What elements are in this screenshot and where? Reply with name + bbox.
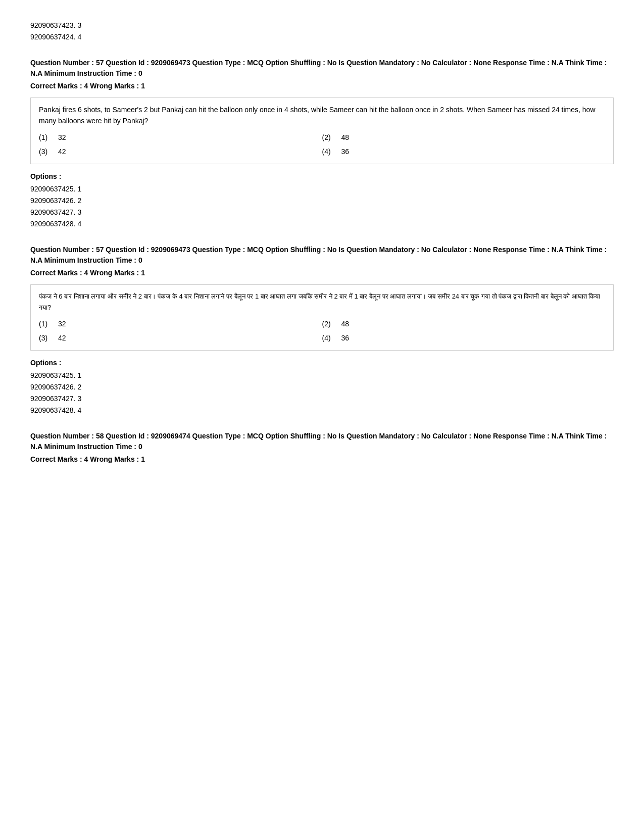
option-list-item-2: 92090637426. 2 (30, 195, 614, 206)
hi-option-row-4: (4) 36 (322, 332, 606, 344)
question-58-marks: Correct Marks : 4 Wrong Marks : 1 (30, 454, 614, 465)
question-57-hi-header: Question Number : 57 Question Id : 92090… (30, 244, 614, 266)
question-57-en-options-label: Options : (30, 171, 614, 182)
hi-option-val-3: 42 (58, 332, 66, 344)
question-57-hi-options-grid: (1) 32 (2) 48 (3) 42 (4) 36 (39, 318, 605, 344)
hi-option-num-4: (4) (322, 332, 337, 344)
option-val-1: 32 (58, 132, 66, 143)
question-57-en-box: Pankaj fires 6 shots, to Sameer's 2 but … (30, 97, 614, 164)
question-57-en-option-list: 92090637425. 1 92090637426. 2 9209063742… (30, 184, 614, 229)
option-num-4: (4) (322, 146, 337, 157)
top-ids: 92090637423. 3 92090637424. 4 (30, 20, 614, 42)
option-val-3: 42 (58, 146, 66, 157)
option-list-item-1: 92090637425. 1 (30, 184, 614, 194)
question-57-hi-marks: Correct Marks : 4 Wrong Marks : 1 (30, 268, 614, 278)
option-num-2: (2) (322, 132, 337, 143)
hi-option-num-1: (1) (39, 318, 54, 329)
question-57-en-header: Question Number : 57 Question Id : 92090… (30, 58, 614, 79)
hi-option-val-4: 36 (341, 332, 350, 344)
question-57-hi-text: पंकज ने 6 बार निशाना लगाया और समीर ने 2 … (39, 291, 605, 313)
question-58-block: Question Number : 58 Question Id : 92090… (30, 431, 614, 465)
option-list-item-4: 92090637428. 4 (30, 219, 614, 229)
question-57-hi-box: पंकज ने 6 बार निशाना लगाया और समीर ने 2 … (30, 284, 614, 351)
option-val-4: 36 (341, 146, 350, 157)
hi-option-val-1: 32 (58, 318, 66, 329)
question-57-en-text: Pankaj fires 6 shots, to Sameer's 2 but … (39, 104, 605, 127)
hi-option-row-1: (1) 32 (39, 318, 322, 329)
option-row-1: (1) 32 (39, 132, 322, 143)
option-list-item-3: 92090637427. 3 (30, 207, 614, 218)
question-57-en-options-grid: (1) 32 (2) 48 (3) 42 (4) 36 (39, 132, 605, 158)
hi-option-val-2: 48 (341, 318, 350, 329)
hi-option-list-item-1: 92090637425. 1 (30, 370, 614, 381)
question-57-hi-block: Question Number : 57 Question Id : 92090… (30, 244, 614, 416)
question-57-hi-option-list: 92090637425. 1 92090637426. 2 9209063742… (30, 370, 614, 416)
option-row-2: (2) 48 (322, 132, 606, 143)
option-val-2: 48 (341, 132, 350, 143)
hi-option-row-2: (2) 48 (322, 318, 606, 329)
option-num-1: (1) (39, 132, 54, 143)
option-row-4: (4) 36 (322, 146, 606, 157)
hi-option-list-item-4: 92090637428. 4 (30, 405, 614, 416)
hi-option-num-3: (3) (39, 332, 54, 344)
hi-option-row-3: (3) 42 (39, 332, 322, 344)
hi-option-num-2: (2) (322, 318, 337, 329)
question-57-en-block: Question Number : 57 Question Id : 92090… (30, 58, 614, 229)
question-57-hi-options-label: Options : (30, 358, 614, 368)
option-num-3: (3) (39, 146, 54, 157)
question-57-en-marks: Correct Marks : 4 Wrong Marks : 1 (30, 81, 614, 91)
top-id-1: 92090637423. 3 (30, 20, 614, 31)
top-id-2: 92090637424. 4 (30, 32, 614, 42)
option-row-3: (3) 42 (39, 146, 322, 157)
hi-option-list-item-2: 92090637426. 2 (30, 382, 614, 393)
hi-option-list-item-3: 92090637427. 3 (30, 394, 614, 404)
question-58-header: Question Number : 58 Question Id : 92090… (30, 431, 614, 452)
